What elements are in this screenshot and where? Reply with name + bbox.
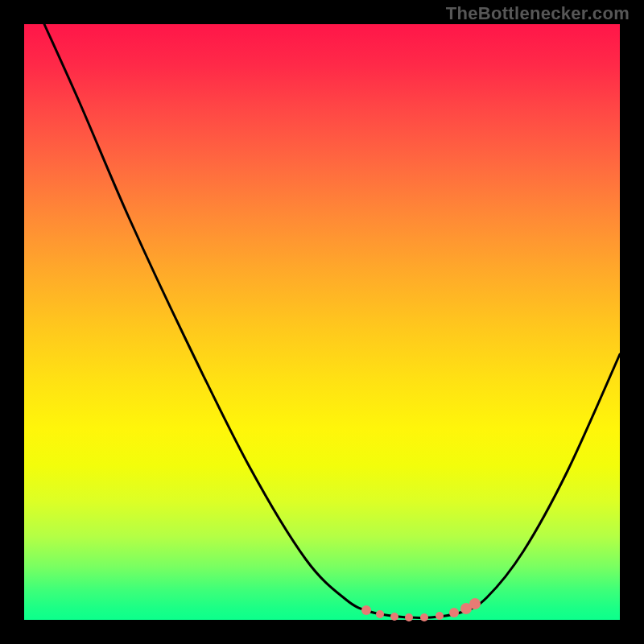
chart-stage: TheBottlenecker.com xyxy=(0,0,644,644)
data-marker xyxy=(469,598,481,609)
bottleneck-curve xyxy=(44,24,620,617)
data-marker xyxy=(436,612,444,620)
data-marker xyxy=(420,613,428,621)
plot-area xyxy=(24,24,620,620)
data-marker xyxy=(361,605,371,615)
plot-svg xyxy=(24,24,620,620)
data-marker xyxy=(405,613,413,621)
data-marker xyxy=(449,608,459,617)
data-markers xyxy=(361,598,481,621)
data-marker xyxy=(390,613,398,621)
watermark-label: TheBottlenecker.com xyxy=(446,3,630,24)
data-marker xyxy=(376,610,384,618)
